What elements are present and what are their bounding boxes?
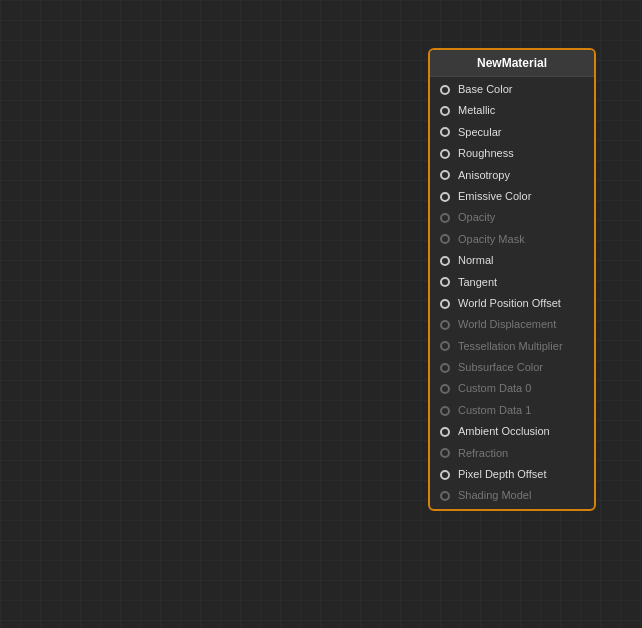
pin-icon-world-position-offset — [438, 297, 452, 311]
pin-row-roughness[interactable]: Roughness — [430, 143, 594, 164]
pin-icon-tessellation-multiplier — [438, 339, 452, 353]
pin-label-opacity-mask: Opacity Mask — [458, 232, 525, 247]
pin-row-opacity-mask[interactable]: Opacity Mask — [430, 229, 594, 250]
pin-label-custom-data-1: Custom Data 1 — [458, 403, 531, 418]
pin-label-tangent: Tangent — [458, 275, 497, 290]
pin-row-refraction[interactable]: Refraction — [430, 443, 594, 464]
pin-row-emissive-color[interactable]: Emissive Color — [430, 186, 594, 207]
pin-icon-refraction — [438, 446, 452, 460]
pin-icon-emissive-color — [438, 190, 452, 204]
pin-icon-ambient-occlusion — [438, 425, 452, 439]
pin-row-tessellation-multiplier[interactable]: Tessellation Multiplier — [430, 336, 594, 357]
pin-label-opacity: Opacity — [458, 210, 495, 225]
pin-list: Base ColorMetallicSpecularRoughnessAniso… — [430, 77, 594, 509]
pin-row-custom-data-1[interactable]: Custom Data 1 — [430, 400, 594, 421]
pin-label-refraction: Refraction — [458, 446, 508, 461]
pin-row-anisotropy[interactable]: Anisotropy — [430, 165, 594, 186]
pin-icon-pixel-depth-offset — [438, 468, 452, 482]
pin-row-world-displacement[interactable]: World Displacement — [430, 314, 594, 335]
pin-label-roughness: Roughness — [458, 146, 514, 161]
pin-label-normal: Normal — [458, 253, 493, 268]
pin-label-tessellation-multiplier: Tessellation Multiplier — [458, 339, 563, 354]
pin-icon-specular — [438, 125, 452, 139]
pin-label-custom-data-0: Custom Data 0 — [458, 381, 531, 396]
pin-icon-custom-data-1 — [438, 404, 452, 418]
pin-row-tangent[interactable]: Tangent — [430, 272, 594, 293]
pin-label-anisotropy: Anisotropy — [458, 168, 510, 183]
pin-row-base-color[interactable]: Base Color — [430, 79, 594, 100]
pin-label-specular: Specular — [458, 125, 501, 140]
pin-label-base-color: Base Color — [458, 82, 512, 97]
pin-icon-roughness — [438, 147, 452, 161]
pin-label-emissive-color: Emissive Color — [458, 189, 531, 204]
pin-row-normal[interactable]: Normal — [430, 250, 594, 271]
pin-row-metallic[interactable]: Metallic — [430, 100, 594, 121]
pin-row-custom-data-0[interactable]: Custom Data 0 — [430, 378, 594, 399]
material-node: NewMaterial Base ColorMetallicSpecularRo… — [428, 48, 596, 511]
pin-icon-custom-data-0 — [438, 382, 452, 396]
pin-icon-metallic — [438, 104, 452, 118]
pin-label-pixel-depth-offset: Pixel Depth Offset — [458, 467, 546, 482]
pin-row-opacity[interactable]: Opacity — [430, 207, 594, 228]
pin-icon-opacity — [438, 211, 452, 225]
pin-row-subsurface-color[interactable]: Subsurface Color — [430, 357, 594, 378]
pin-row-world-position-offset[interactable]: World Position Offset — [430, 293, 594, 314]
pin-icon-tangent — [438, 275, 452, 289]
pin-row-ambient-occlusion[interactable]: Ambient Occlusion — [430, 421, 594, 442]
node-title: NewMaterial — [430, 50, 594, 77]
pin-icon-world-displacement — [438, 318, 452, 332]
pin-label-world-displacement: World Displacement — [458, 317, 556, 332]
pin-icon-normal — [438, 254, 452, 268]
pin-row-shading-model[interactable]: Shading Model — [430, 485, 594, 506]
pin-label-ambient-occlusion: Ambient Occlusion — [458, 424, 550, 439]
pin-icon-opacity-mask — [438, 232, 452, 246]
pin-row-specular[interactable]: Specular — [430, 122, 594, 143]
pin-icon-anisotropy — [438, 168, 452, 182]
pin-icon-shading-model — [438, 489, 452, 503]
pin-label-world-position-offset: World Position Offset — [458, 296, 561, 311]
pin-label-subsurface-color: Subsurface Color — [458, 360, 543, 375]
pin-label-metallic: Metallic — [458, 103, 495, 118]
pin-row-pixel-depth-offset[interactable]: Pixel Depth Offset — [430, 464, 594, 485]
pin-icon-subsurface-color — [438, 361, 452, 375]
pin-icon-base-color — [438, 83, 452, 97]
pin-label-shading-model: Shading Model — [458, 488, 531, 503]
